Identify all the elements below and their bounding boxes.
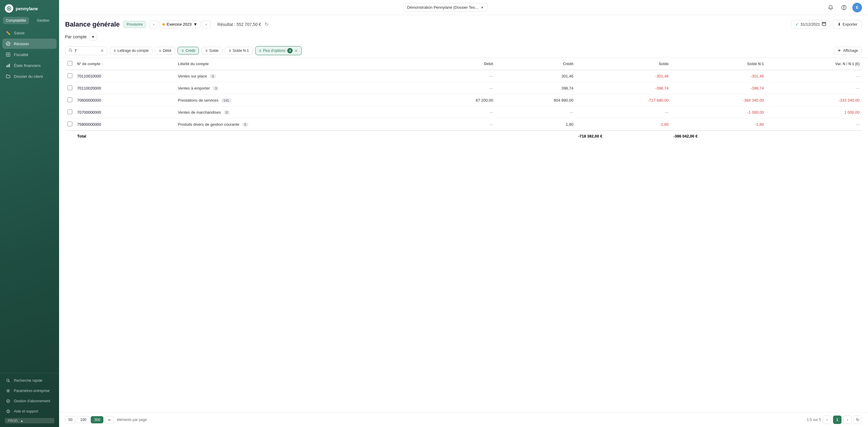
row-compte-0[interactable]: 70110010000	[75, 70, 176, 82]
page-size-300[interactable]: 300	[91, 416, 103, 423]
sidebar-item-etats-financiers[interactable]: États financiers	[2, 60, 57, 70]
sidebar-item-dossier-client[interactable]: Dossier du client	[2, 71, 57, 82]
date-filter-button[interactable]: ✓ 31/12/2021	[792, 20, 830, 29]
page-size-50[interactable]: 50	[65, 416, 76, 423]
sidebar-item-parametres-entreprise[interactable]: Paramètres entreprise	[2, 386, 57, 396]
page-header-right: ✓ 31/12/2021 ⬇ Exporter	[792, 20, 862, 29]
current-page-button[interactable]: 1	[833, 416, 841, 424]
exercise-status-dot	[162, 23, 165, 26]
more-options-icon: ≡	[259, 49, 261, 53]
row-var-2: -333 340,00	[766, 94, 862, 106]
row-checkbox-4[interactable]	[67, 122, 72, 126]
sidebar-item-aide-support[interactable]: Aide et support	[2, 406, 57, 416]
pagination-right: 1-5 sur 5 ‹ 1 › ↻	[807, 416, 862, 424]
filter-chip-solde[interactable]: ≡ Solde	[201, 47, 222, 55]
export-button[interactable]: ⬇ Exporter	[833, 20, 862, 29]
next-period-button[interactable]: ›	[202, 20, 210, 29]
download-icon: ⬇	[838, 22, 841, 27]
filter-chip-lettrage[interactable]: ≡ Lettrage du compte	[110, 47, 153, 55]
filter-icon: ≡	[114, 49, 116, 53]
row-solde-n1-1: -398,74	[671, 82, 766, 94]
th-compte[interactable]: N° de compte ↕	[75, 58, 176, 70]
row-compte-2[interactable]: 70600000000	[75, 94, 176, 106]
prev-period-button[interactable]: ‹	[150, 20, 158, 29]
topbar-center: Démonstration Pennylane (Dossier Tes... …	[403, 3, 488, 12]
row-checkbox-1[interactable]	[67, 85, 72, 90]
par-compte-dropdown-button[interactable]: ▼	[89, 33, 97, 41]
row-checkbox-3[interactable]	[67, 110, 72, 114]
sidebar-item-revision[interactable]: Révision	[2, 39, 57, 49]
workspace-selector[interactable]: Démonstration Pennylane (Dossier Tes... …	[403, 3, 488, 12]
row-solde-n1-4: -1,80	[671, 119, 766, 131]
notification-bell-button[interactable]	[826, 3, 835, 12]
tab-gestion[interactable]: Gestion	[30, 17, 56, 24]
sidebar-item-gestion-abonnement[interactable]: Gestion d'abonnement	[2, 396, 57, 406]
select-all-checkbox[interactable]	[67, 61, 72, 66]
filter-chip-solde-n1[interactable]: ≡ Solde N-1	[225, 47, 253, 55]
sidebar-logo[interactable]: pennylane	[0, 0, 59, 17]
checkmark-icon: ✓	[795, 22, 799, 27]
sidebar-item-fiscalite[interactable]: Fiscalité	[2, 50, 57, 60]
pagination-bar: 50 100 300 ∞ éléments par page 1-5 sur 5…	[59, 412, 868, 427]
chart-icon	[5, 63, 11, 68]
row-var-3: 1 000,00	[766, 106, 862, 119]
tab-comptabilite[interactable]: Comptabilité	[3, 17, 29, 24]
row-libelle-2[interactable]: Prestations de services 141	[176, 94, 422, 106]
row-checkbox-cell	[65, 94, 75, 106]
page-size-all[interactable]: ∞	[104, 416, 114, 423]
topbar-right: E	[826, 3, 862, 12]
status-badge: Provisoire	[123, 21, 146, 28]
row-compte-4[interactable]: 75800000000	[75, 119, 176, 131]
filter-chip-more-options[interactable]: ≡ Plus d'options 4 ✕	[255, 46, 302, 55]
more-options-count-badge: 4	[287, 48, 293, 53]
next-page-button[interactable]: ›	[843, 416, 852, 424]
chevron-down-icon: ▼	[481, 6, 484, 9]
row-libelle-1[interactable]: Ventes à emporter 3	[176, 82, 422, 94]
sidebar-item-saisie[interactable]: ✏️ Saisie	[2, 28, 57, 38]
avatar[interactable]: E	[852, 3, 862, 12]
page-size-100[interactable]: 100	[77, 416, 90, 423]
search-box: ✕	[65, 47, 107, 55]
row-checkbox-2[interactable]	[67, 97, 72, 102]
close-more-options-button[interactable]: ✕	[294, 49, 298, 53]
gear-icon	[5, 388, 11, 394]
th-libelle: Libellé du compte	[176, 58, 422, 70]
page-header-left: Balance générale Provisoire ‹ Exercice 2…	[65, 20, 269, 29]
row-solde-n1-2: -384 340,00	[671, 94, 766, 106]
th-debit: Débit	[423, 58, 495, 70]
row-debit-3: —	[423, 106, 495, 119]
sidebar-item-recherche-rapide[interactable]: Recherche rapide	[2, 376, 57, 386]
alerts-button[interactable]	[839, 3, 849, 12]
search-input[interactable]	[74, 49, 98, 53]
row-compte-3[interactable]: 70700000000	[75, 106, 176, 119]
tax-icon	[5, 52, 11, 57]
sub-header: Par compte ▼	[59, 31, 868, 44]
row-solde-n1-0: -301,46	[671, 70, 766, 82]
th-solde: Solde	[576, 58, 671, 70]
search-bottom-icon	[5, 378, 11, 383]
total-label: Total	[75, 130, 576, 142]
affichage-button[interactable]: 👁 Affichage	[834, 47, 862, 55]
exercise-selector[interactable]: Exercice 2023 ▼	[159, 20, 200, 28]
row-libelle-3[interactable]: Ventes de marchandises 0	[176, 106, 422, 119]
row-compte-1[interactable]: 70110020000	[75, 82, 176, 94]
row-solde-4: -1,80	[576, 119, 671, 131]
table-row: 70110010000 Ventes sur place 3 — 301,46 …	[65, 70, 862, 82]
prev-page-button[interactable]: ‹	[823, 416, 831, 424]
filter-solde-icon: ≡	[205, 49, 207, 53]
row-solde-n1-3: -1 000,00	[671, 106, 766, 119]
search-clear-button[interactable]: ✕	[100, 48, 104, 53]
row-debit-4: —	[423, 119, 495, 131]
row-debit-0: —	[423, 70, 495, 82]
pencil-icon: ✏️	[5, 30, 11, 36]
filter-chip-credit[interactable]: ≡ Crédit	[178, 47, 199, 55]
row-libelle-4[interactable]: Produits divers de gestion courante 5	[176, 119, 422, 131]
filter-chip-debit[interactable]: ≡ Débit	[155, 47, 175, 55]
row-libelle-0[interactable]: Ventes sur place 3	[176, 70, 422, 82]
refresh-button[interactable]: ↻	[265, 22, 269, 27]
filter-credit-icon: ≡	[181, 49, 184, 53]
th-solde-n1: Solde N-1	[671, 58, 766, 70]
exercise-chevron-icon: ▼	[193, 22, 197, 27]
refresh-pagination-button[interactable]: ↻	[854, 416, 862, 424]
row-checkbox-0[interactable]	[67, 73, 72, 78]
